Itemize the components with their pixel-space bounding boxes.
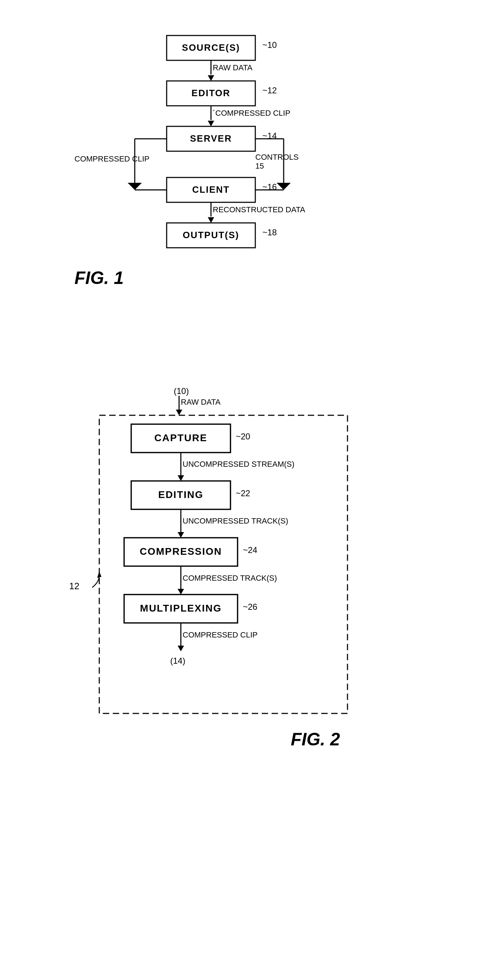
fig2-ref-arrow-head [97, 571, 102, 578]
fig2-arrow1-head [176, 410, 182, 415]
sources-label: SOURCE(S) [182, 42, 240, 53]
fig2-section: (10) RAW DATA CAPTURE ~20 UNCOMPRESSED S… [21, 383, 474, 760]
arrow-right-head [276, 183, 291, 190]
editor-label: EDITOR [192, 88, 230, 98]
capture-ref: ~20 [236, 432, 250, 441]
compressed-clip-fig2: COMPRESSED CLIP [182, 630, 258, 639]
arrow-left-head [128, 183, 142, 190]
fig2-arrow5-head [178, 646, 184, 651]
compressed-tracks: COMPRESSED TRACK(S) [182, 574, 277, 582]
sources-ref: ~10 [262, 40, 277, 50]
outputs-label: OUTPUT(S) [182, 230, 240, 240]
multiplexing-ref: ~26 [243, 602, 257, 612]
controls-ref: 15 [255, 162, 264, 170]
fig2-source-ref: (10) [174, 386, 189, 396]
fig2-raw-data: RAW DATA [181, 398, 221, 406]
multiplexing-label: MULTIPLEXING [140, 603, 222, 614]
editor-ref: ~12 [262, 86, 277, 95]
compressed-clip-label-1: ´COMPRESSED CLIP [213, 108, 290, 118]
fig2-arrow2-head [178, 475, 184, 481]
compressed-clip-left: COMPRESSED CLIP [75, 154, 150, 163]
page: SOURCE(S) ~10 RAW DATA EDITOR ~12 ´COMPR… [0, 0, 495, 980]
capture-label: CAPTURE [154, 432, 207, 443]
arrow4-head [208, 217, 214, 223]
raw-data-label-1: RAW DATA [213, 63, 252, 72]
client-label: CLIENT [192, 184, 230, 195]
arrow1-head [208, 75, 214, 81]
fig1-diagram: SOURCE(S) ~10 RAW DATA EDITOR ~12 ´COMPR… [64, 29, 383, 305]
fig1-label: FIG. 1 [75, 268, 124, 288]
outputs-ref: ~18 [262, 228, 277, 237]
uncompressed-streams: UNCOMPRESSED STREAM(S) [182, 460, 294, 469]
fig2-arrow4-head [178, 589, 184, 595]
fig2-arrow3-head [178, 532, 184, 538]
controls-label: CONTROLS [255, 153, 298, 162]
server-label: SERVER [190, 133, 232, 144]
reconstructed-data-label: RECONSTRUCTED DATA [213, 205, 305, 214]
fig2-dest-ref: (14) [170, 656, 186, 665]
client-ref: ~16 [262, 182, 277, 192]
editing-label: EDITING [158, 489, 203, 500]
compression-ref: ~24 [243, 545, 257, 555]
fig1-container: SOURCE(S) ~10 RAW DATA EDITOR ~12 ´COMPR… [21, 14, 474, 326]
arrow2-head [208, 121, 214, 126]
compression-label: COMPRESSION [140, 546, 222, 557]
fig2-editor-ref-label: 12 [69, 581, 79, 591]
uncompressed-tracks: UNCOMPRESSED TRACK(S) [182, 517, 288, 525]
editing-ref: ~22 [236, 488, 250, 498]
fig2-label: FIG. 2 [291, 729, 340, 749]
fig2-diagram: (10) RAW DATA CAPTURE ~20 UNCOMPRESSED S… [50, 383, 440, 760]
